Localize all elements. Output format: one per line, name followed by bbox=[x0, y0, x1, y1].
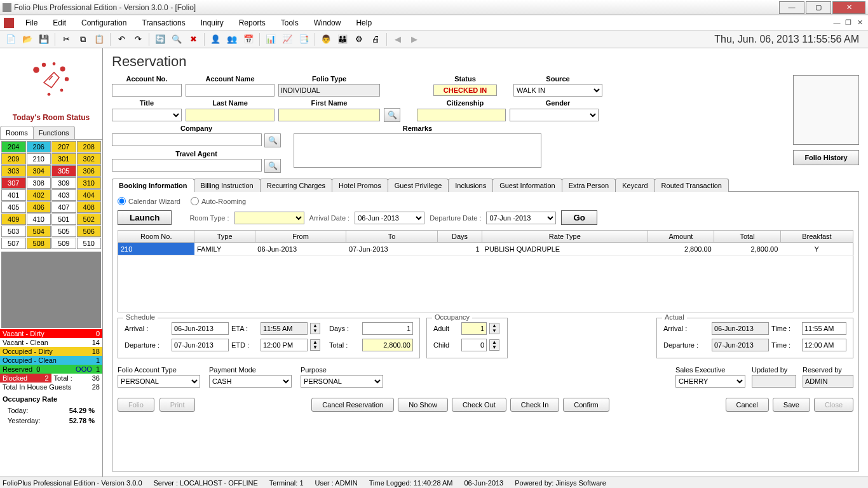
room-cell[interactable]: 503 bbox=[1, 226, 26, 237]
nav-back-icon[interactable]: ◀ bbox=[391, 32, 405, 46]
room-cell[interactable]: 501 bbox=[51, 214, 76, 225]
report2-icon[interactable]: 📈 bbox=[280, 32, 294, 46]
room-cell[interactable]: 304 bbox=[27, 165, 51, 177]
eta-spinner[interactable]: ▲▼ bbox=[310, 323, 320, 334]
table-row[interactable]: 210 FAMILY 06-Jun-2013 07-Jun-2013 1 PUB… bbox=[118, 243, 853, 255]
menu-help[interactable]: Help bbox=[348, 16, 379, 30]
tab-hotel-promos[interactable]: Hotel Promos bbox=[332, 179, 388, 192]
search-icon[interactable]: 🔍 bbox=[170, 32, 184, 46]
col-header[interactable]: Room No. bbox=[118, 231, 194, 243]
col-header[interactable]: Type bbox=[194, 231, 255, 243]
room-cell[interactable]: 307 bbox=[1, 177, 26, 189]
room-cell[interactable]: 309 bbox=[51, 177, 76, 189]
account-name-input[interactable] bbox=[186, 84, 275, 97]
etd-input[interactable] bbox=[261, 339, 308, 351]
room-cell[interactable]: 210 bbox=[27, 153, 51, 165]
sch-arrival-input[interactable] bbox=[172, 322, 229, 335]
room-cell[interactable]: 302 bbox=[77, 153, 102, 165]
account-no-input[interactable] bbox=[112, 84, 182, 97]
folio-acct-type-select[interactable]: PERSONAL bbox=[118, 375, 200, 388]
check-in-button[interactable]: Check In bbox=[510, 398, 559, 412]
col-header[interactable]: Days bbox=[437, 231, 482, 243]
room-cell[interactable]: 510 bbox=[77, 238, 102, 249]
room-cell[interactable]: 209 bbox=[1, 153, 26, 165]
room-cell[interactable]: 410 bbox=[27, 214, 51, 225]
col-header[interactable]: To bbox=[346, 231, 438, 243]
title-select[interactable] bbox=[112, 109, 182, 121]
tab-inclusions[interactable]: Inclusions bbox=[448, 179, 493, 192]
source-select[interactable]: WALK IN bbox=[513, 84, 602, 97]
room-cell[interactable]: 404 bbox=[77, 189, 102, 201]
tab-keycard[interactable]: Keycard bbox=[615, 179, 654, 192]
cut-icon[interactable]: ✂ bbox=[59, 32, 73, 46]
folio-history-button[interactable]: Folio History bbox=[793, 150, 859, 165]
adult-spinner[interactable]: ▲▼ bbox=[489, 323, 499, 334]
calendar-icon[interactable]: 📅 bbox=[241, 32, 255, 46]
room-cell[interactable]: 305 bbox=[51, 165, 76, 177]
room-cell[interactable]: 504 bbox=[27, 226, 51, 237]
search-agent-button[interactable]: 🔍 bbox=[264, 159, 281, 173]
calendar-wizard-radio[interactable]: Calendar Wizard bbox=[118, 197, 180, 205]
child-input[interactable] bbox=[461, 339, 487, 351]
last-name-input[interactable] bbox=[186, 109, 275, 121]
maximize-button[interactable]: ▢ bbox=[806, 1, 831, 14]
room-cell[interactable]: 505 bbox=[51, 226, 76, 237]
etd-spinner[interactable]: ▲▼ bbox=[310, 339, 320, 351]
copy-icon[interactable]: ⧉ bbox=[76, 32, 90, 46]
first-name-input[interactable] bbox=[278, 109, 380, 121]
room-cell[interactable]: 409 bbox=[1, 214, 26, 225]
col-header[interactable]: Total bbox=[714, 231, 781, 243]
eta-input[interactable] bbox=[261, 322, 308, 335]
departure-date-select[interactable]: 07-Jun -2013 bbox=[486, 212, 556, 224]
tab-guest-privilege[interactable]: Guest Privilege bbox=[388, 179, 449, 192]
close-button[interactable] bbox=[832, 1, 865, 14]
col-header[interactable]: Rate Type bbox=[482, 231, 648, 243]
print-button[interactable]: Print bbox=[159, 398, 196, 412]
company-input[interactable] bbox=[112, 133, 262, 146]
purpose-select[interactable]: PERSONAL bbox=[301, 375, 383, 388]
search-guest-button[interactable]: 🔍 bbox=[384, 108, 400, 122]
room-cell[interactable]: 310 bbox=[77, 177, 102, 189]
paste-icon[interactable]: 📋 bbox=[92, 32, 106, 46]
nav-fwd-icon[interactable]: ▶ bbox=[407, 32, 421, 46]
save-button[interactable]: Save bbox=[773, 398, 810, 412]
travel-agent-input[interactable] bbox=[112, 159, 262, 172]
menu-reports[interactable]: Reports bbox=[231, 16, 273, 30]
act-time1-input[interactable] bbox=[802, 322, 846, 335]
tab-billing-instruction[interactable]: Billing Instruction bbox=[194, 179, 261, 192]
guest-icon[interactable]: 👤 bbox=[208, 32, 222, 46]
menu-configuration[interactable]: Configuration bbox=[74, 16, 134, 30]
tab-booking-information[interactable]: Booking Information bbox=[112, 179, 194, 192]
room-type-select[interactable] bbox=[234, 212, 304, 224]
remarks-textarea[interactable] bbox=[294, 133, 541, 168]
room-cell[interactable]: 502 bbox=[77, 214, 102, 225]
room-cell[interactable]: 308 bbox=[27, 177, 51, 189]
col-header[interactable]: Amount bbox=[648, 231, 714, 243]
new-icon[interactable]: 📄 bbox=[4, 32, 18, 46]
settings-icon[interactable]: ⚙ bbox=[352, 32, 366, 46]
tab-recurring-charges[interactable]: Recurring Charges bbox=[260, 179, 332, 192]
print-icon[interactable]: 🖨 bbox=[369, 32, 383, 46]
folio-button[interactable]: Folio bbox=[118, 398, 154, 412]
room-cell[interactable]: 509 bbox=[51, 238, 76, 249]
menu-window[interactable]: Window bbox=[306, 16, 349, 30]
tab-functions[interactable]: Functions bbox=[33, 126, 75, 139]
tab-extra-person[interactable]: Extra Person bbox=[562, 179, 616, 192]
menu-inquiry[interactable]: Inquiry bbox=[193, 16, 231, 30]
room-cell[interactable]: 508 bbox=[27, 238, 51, 249]
room-cell[interactable]: 403 bbox=[51, 189, 76, 201]
confirm-button[interactable]: Confirm bbox=[563, 398, 609, 412]
room-cell[interactable]: 407 bbox=[51, 201, 76, 213]
search-company-button[interactable]: 🔍 bbox=[264, 133, 281, 147]
act-time2-input[interactable] bbox=[802, 339, 846, 351]
multiuser-icon[interactable]: 👪 bbox=[336, 32, 349, 46]
adult-input[interactable] bbox=[461, 322, 487, 335]
room-cell[interactable]: 408 bbox=[77, 201, 102, 213]
child-spinner[interactable]: ▲▼ bbox=[489, 339, 499, 351]
mdi-minimize-icon[interactable]: — bbox=[832, 18, 841, 27]
arrival-date-select[interactable]: 06-Jun -2013 bbox=[355, 212, 424, 224]
minimize-button[interactable]: — bbox=[779, 1, 804, 14]
room-cell[interactable]: 507 bbox=[1, 238, 26, 249]
tab-routed-transaction[interactable]: Routed Transaction bbox=[654, 179, 729, 192]
room-cell[interactable]: 208 bbox=[77, 141, 102, 152]
